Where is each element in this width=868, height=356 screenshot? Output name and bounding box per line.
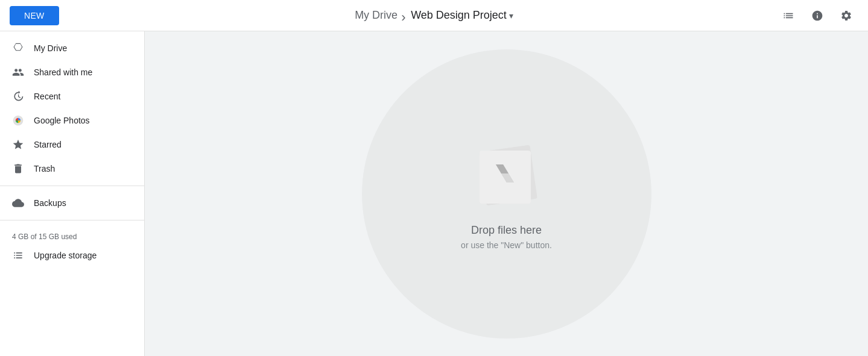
drop-secondary-text: or use the "New" button. <box>461 240 552 250</box>
sidebar-backups-label: Backups <box>34 198 66 208</box>
settings-icon <box>840 10 852 22</box>
upgrade-icon <box>12 249 24 261</box>
sidebar-item-trash[interactable]: Trash <box>0 157 139 181</box>
topbar: NEW My Drive Web Design Project ▾ <box>0 0 868 31</box>
sidebar-item-my-drive[interactable]: My Drive <box>0 36 139 60</box>
info-icon <box>811 10 823 22</box>
sidebar-item-starred[interactable]: Starred <box>0 133 139 157</box>
topbar-actions <box>776 4 858 28</box>
breadcrumb-root[interactable]: My Drive <box>355 9 398 22</box>
sidebar-item-shared-with-me[interactable]: Shared with me <box>0 60 139 84</box>
upgrade-label: Upgrade storage <box>34 251 97 260</box>
drive-icon <box>12 42 24 54</box>
new-button[interactable]: NEW <box>10 6 59 25</box>
pinwheel-icon <box>12 114 24 126</box>
sidebar-divider <box>0 186 144 186</box>
trash-icon <box>12 163 24 175</box>
star-icon <box>12 139 24 151</box>
sidebar-item-label: Recent <box>34 92 60 101</box>
cloud-icon <box>12 197 24 209</box>
sidebar-item-backups[interactable]: Backups <box>0 191 139 215</box>
sidebar-item-google-photos[interactable]: Google Photos <box>0 108 139 133</box>
sidebar-divider-2 <box>0 220 144 220</box>
sidebar-item-label: Starred <box>34 140 62 149</box>
list-view-icon <box>782 10 794 22</box>
sidebar-item-label: Trash <box>34 164 55 173</box>
sidebar-item-upgrade-storage[interactable]: Upgrade storage <box>0 243 139 267</box>
clock-icon <box>12 90 24 102</box>
storage-info: 4 GB of 15 GB used <box>0 225 144 243</box>
people-icon <box>12 66 24 78</box>
sidebar-item-label: Shared with me <box>34 67 92 77</box>
drop-illustration <box>464 137 549 210</box>
folder-illustration-svg <box>464 137 549 210</box>
breadcrumb-separator-icon <box>401 11 407 20</box>
sidebar-item-label: My Drive <box>34 43 67 53</box>
sidebar-item-label: Google Photos <box>34 116 90 125</box>
main-content: Drop files here or use the "New" button. <box>145 31 868 356</box>
sidebar: My Drive Shared with me Recent <box>0 31 145 356</box>
settings-button[interactable] <box>834 4 858 28</box>
breadcrumb-current: Web Design Project ▾ <box>411 9 513 22</box>
layout: My Drive Shared with me Recent <box>0 31 868 356</box>
list-view-button[interactable] <box>776 4 800 28</box>
info-button[interactable] <box>805 4 829 28</box>
breadcrumb: My Drive Web Design Project ▾ <box>355 9 513 22</box>
drop-primary-text: Drop files here <box>471 224 542 237</box>
drop-zone[interactable]: Drop files here or use the "New" button. <box>461 137 552 250</box>
breadcrumb-dropdown-icon[interactable]: ▾ <box>509 11 513 20</box>
sidebar-item-recent[interactable]: Recent <box>0 84 139 108</box>
breadcrumb-current-label: Web Design Project <box>411 9 507 22</box>
storage-text: 4 GB of 15 GB used <box>12 233 77 241</box>
